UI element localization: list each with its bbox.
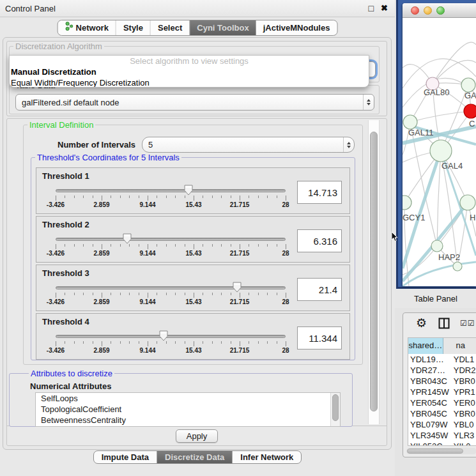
settings-scrollbar-thumb[interactable] — [370, 132, 378, 411]
threshold-value-field[interactable]: 21.4 — [297, 278, 342, 301]
cell-name[interactable]: YBL0 — [452, 419, 476, 430]
threshold-slider-track[interactable] — [56, 238, 286, 241]
network-node-gcy1[interactable] — [403, 196, 411, 210]
network-edge[interactable] — [410, 111, 471, 122]
attribute-item[interactable]: BetweennessCentrality — [36, 415, 340, 426]
table-row[interactable]: YLR345WYLR3 — [408, 430, 476, 441]
network-node[interactable] — [453, 262, 462, 271]
network-node-gal11[interactable] — [403, 115, 417, 129]
gear-icon[interactable]: ⚙ — [416, 316, 427, 330]
split-panel-icon[interactable] — [438, 318, 450, 331]
tab-jactivemnodules-label: jActiveMNodules — [263, 20, 330, 35]
cell-shared-name[interactable]: YBR043C — [408, 376, 452, 387]
attributes-scrollbar-thumb[interactable] — [332, 394, 339, 421]
threshold-slider-track[interactable] — [56, 189, 286, 192]
table-row[interactable]: YBR043CYBR0 — [408, 376, 476, 387]
table-row[interactable]: YIL052CYIL0 — [408, 441, 476, 446]
close-window-icon[interactable]: ✖ — [381, 3, 388, 13]
close-traffic-light[interactable] — [411, 6, 419, 15]
node-table: shared… na YDL19…YDL1YDR27…YDR2YBR043CYB… — [408, 337, 476, 446]
column-header-name[interactable]: na — [443, 338, 476, 354]
network-node-label: GAL80 — [424, 88, 449, 97]
threshold-slider-thumb[interactable] — [122, 233, 132, 244]
network-node-hap2[interactable] — [431, 240, 443, 252]
minimize-traffic-light[interactable] — [424, 6, 432, 15]
attribute-item[interactable]: SelfLoops — [36, 393, 340, 404]
threshold-value-field[interactable]: 11.344 — [297, 326, 342, 349]
cell-shared-name[interactable]: YBR045C — [408, 408, 452, 419]
table-data-combobox[interactable]: galFiltered.sif default node — [15, 94, 374, 111]
cell-name[interactable]: YLR3 — [452, 430, 476, 441]
settings-vertical-scrollbar[interactable] — [368, 120, 380, 424]
cell-shared-name[interactable]: YPR145W — [408, 387, 452, 397]
table-row[interactable]: YPR145WYPR1 — [408, 387, 476, 397]
network-edge-highlighted[interactable] — [403, 262, 476, 286]
cell-shared-name[interactable]: YLR345W — [408, 430, 452, 441]
threshold-slider-thumb[interactable] — [183, 185, 193, 196]
algorithm-option-equal-width[interactable]: Equal Width/Frequency Discretization — [10, 77, 369, 88]
tab-select[interactable]: Select — [150, 20, 189, 35]
table-row[interactable]: YDR27…YDR2 — [408, 365, 476, 376]
cell-shared-name[interactable]: YER054C — [408, 397, 452, 408]
float-window-icon[interactable]: □ — [369, 3, 374, 13]
cell-name[interactable]: YBR0 — [452, 376, 476, 387]
checkbox-columns-icon[interactable]: ☑☑ — [460, 319, 475, 328]
threshold-title: Threshold 2 — [42, 220, 89, 229]
tab-style[interactable]: Style — [116, 20, 150, 35]
cell-shared-name[interactable]: YBL079W — [408, 419, 452, 430]
cell-name[interactable]: YER0 — [452, 397, 476, 408]
zoom-traffic-light[interactable] — [436, 6, 445, 15]
network-canvas[interactable]: GAL80GACGAL11GAL4GCY1HHAP2 — [403, 18, 476, 286]
table-row[interactable]: YDL19…YDL1 — [408, 354, 476, 365]
network-edge[interactable] — [433, 42, 476, 84]
number-of-intervals-combobox[interactable]: 5 — [142, 137, 355, 153]
apply-button[interactable]: Apply — [176, 429, 218, 443]
interval-definition-group-title: Interval Definition — [27, 120, 95, 130]
number-of-intervals-stepper[interactable] — [343, 137, 354, 152]
threshold-value-field[interactable]: 14.713 — [297, 181, 342, 204]
cell-name[interactable]: YDL1 — [452, 354, 476, 365]
tab-impute-data[interactable]: Impute Data — [94, 451, 157, 463]
tab-network[interactable]: Network — [58, 20, 116, 35]
column-header-shared-name[interactable]: shared… — [408, 338, 443, 354]
network-window-titlebar[interactable] — [403, 3, 476, 18]
table-hscrollbar-thumb[interactable] — [407, 449, 463, 454]
algorithm-option-manual[interactable]: Manual Discretization — [10, 66, 369, 77]
table-panel-toolbar: ⚙ ☑☑ — [403, 313, 476, 335]
table-row[interactable]: YBR045CYBR0 — [408, 408, 476, 419]
threshold-slider-thumb[interactable] — [232, 282, 242, 293]
cell-name[interactable]: YDR2 — [452, 365, 476, 376]
table-row[interactable]: YER054CYER0 — [408, 397, 476, 408]
attribute-item[interactable]: TopologicalCoefficient — [36, 404, 340, 415]
cell-name[interactable]: YIL0 — [452, 441, 476, 446]
tab-network-label: Network — [76, 20, 109, 35]
network-node-c[interactable] — [464, 104, 476, 118]
tab-select-label: Select — [158, 20, 182, 35]
tab-cyni-toolbox[interactable]: Cyni Toolbox — [189, 20, 256, 35]
cell-shared-name[interactable]: YDR27… — [408, 365, 452, 376]
tab-infer-network[interactable]: Infer Network — [232, 451, 301, 463]
network-node-ga[interactable] — [461, 78, 475, 92]
bottom-tabbar: Impute Data Discretize Data Infer Networ… — [0, 450, 395, 464]
table-data-combobox-stepper[interactable] — [363, 95, 374, 110]
table-data-combobox-value: galFiltered.sif default node — [22, 98, 363, 107]
cell-shared-name[interactable]: YIL052C — [408, 441, 452, 446]
table-horizontal-scrollbar[interactable] — [406, 448, 476, 454]
cell-shared-name[interactable]: YDL19… — [408, 354, 452, 365]
threshold-slider-track[interactable] — [56, 286, 286, 289]
table-row[interactable]: YBL079WYBL0 — [408, 419, 476, 430]
threshold-slider-track[interactable] — [56, 335, 286, 338]
network-node-h[interactable] — [460, 195, 475, 210]
control-panel-titlebar: Control Panel □ ✖ — [0, 0, 395, 17]
cell-name[interactable]: YPR1 — [452, 387, 476, 397]
node-table-header: shared… na — [408, 338, 476, 354]
tick-label: 28 — [282, 298, 289, 305]
cell-name[interactable]: YBR0 — [452, 408, 476, 419]
network-node-gal4[interactable] — [430, 140, 452, 162]
tab-discretize-data[interactable]: Discretize Data — [157, 451, 232, 463]
attributes-scrollbar[interactable] — [330, 393, 340, 426]
tab-jactivemnodules[interactable]: jActiveMNodules — [256, 20, 337, 35]
threshold-value-field[interactable]: 6.316 — [297, 229, 342, 252]
threshold-slider-thumb[interactable] — [159, 330, 169, 341]
control-panel-tabbar: Network Style Select Cyni Toolbox jActiv… — [58, 20, 338, 36]
